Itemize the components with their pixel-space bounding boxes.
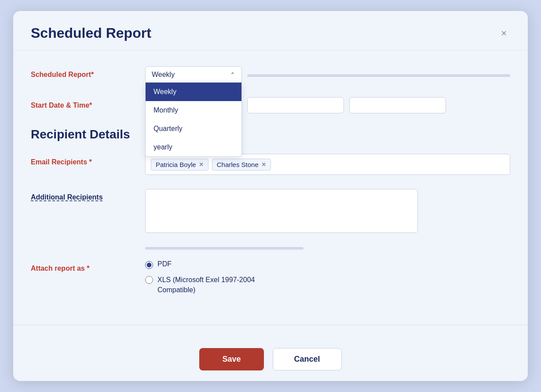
modal-header: Scheduled Report × [13,11,528,51]
recipient-tag-2: Charles Stone ✕ [212,159,271,171]
radio-label-pdf: PDF [157,260,172,268]
dropdown-item-yearly[interactable]: yearly [146,138,241,156]
close-button[interactable]: × [497,27,510,40]
chevron-up-icon: ⌃ [230,71,235,78]
additional-recipients-label: Additional Recipients [31,189,145,201]
attach-report-options: PDF XLS (Microsoft Exel 1997-2004 Compat… [145,260,289,295]
recipient-tag-1: Patricia Boyle ✕ [151,159,208,171]
footer-divider [13,325,528,325]
additional-recipients-input[interactable] [145,189,418,233]
scheduled-report-controls: Weekly ⌃ Weekly Monthly Quarterly yearly [145,66,510,83]
recipient-name-1: Patricia Boyle [156,161,196,168]
dropdown-menu: Weekly Monthly Quarterly yearly [145,82,242,157]
select-value: Weekly [152,71,175,79]
dropdown-item-quarterly[interactable]: Quarterly [146,120,241,138]
time-input-1[interactable] [247,97,344,113]
remove-recipient-2[interactable]: ✕ [261,161,266,168]
radio-input-pdf[interactable] [145,261,153,269]
attach-report-row: Attach report as * PDF XLS (Microsoft Ex… [31,260,510,295]
schedule-slider [247,74,510,77]
scheduled-report-label: Scheduled Report* [31,66,145,79]
radio-xls[interactable]: XLS (Microsoft Exel 1997-2004 Compatible… [145,275,289,295]
save-button[interactable]: Save [199,348,263,370]
recipients-box[interactable]: Patricia Boyle ✕ Charles Stone ✕ [145,154,510,175]
dropdown-item-weekly[interactable]: Weekly [146,83,241,101]
modal: Scheduled Report × Scheduled Report* Wee… [13,11,528,381]
additional-recipients-row: Additional Recipients [31,189,510,233]
radio-input-xls[interactable] [145,276,153,284]
recipient-details-section: Recipient Details [31,127,510,142]
scheduled-report-row: Scheduled Report* Weekly ⌃ Weekly Monthl… [31,66,510,83]
dropdown-item-monthly[interactable]: Monthly [146,101,241,120]
email-recipients-row: Email Recipients * Patricia Boyle ✕ Char… [31,154,510,175]
start-date-row: Start Date & Time* [31,97,510,113]
time-input-2[interactable] [349,97,446,113]
section-title: Recipient Details [31,127,510,142]
remove-recipient-1[interactable]: ✕ [199,161,204,168]
start-date-label: Start Date & Time* [31,97,145,109]
attach-report-label: Attach report as * [31,260,145,272]
modal-body: Scheduled Report* Weekly ⌃ Weekly Monthl… [13,51,528,325]
cancel-button[interactable]: Cancel [273,348,342,370]
schedule-select[interactable]: Weekly ⌃ Weekly Monthly Quarterly yearly [145,66,242,83]
email-recipients-label: Email Recipients * [31,154,145,166]
modal-footer: Save Cancel [13,338,528,381]
radio-label-xls: XLS (Microsoft Exel 1997-2004 Compatible… [157,275,289,295]
select-display[interactable]: Weekly ⌃ [145,66,242,83]
horizontal-scrollbar[interactable] [145,247,303,250]
recipient-name-2: Charles Stone [217,161,259,168]
scrollbar-area [145,247,510,250]
modal-title: Scheduled Report [31,25,151,41]
radio-pdf[interactable]: PDF [145,260,289,269]
